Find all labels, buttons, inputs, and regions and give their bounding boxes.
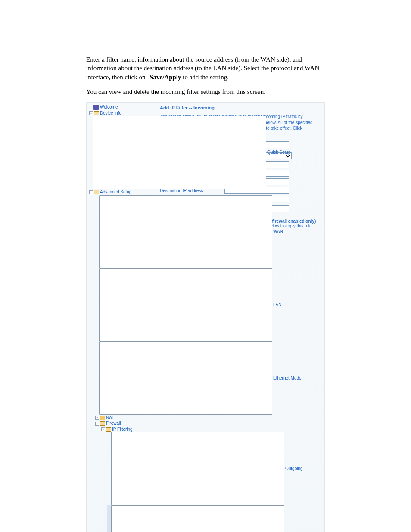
intro-para-1: Enter a filter name, information about t… bbox=[86, 55, 325, 81]
sidebar-item-incoming: Incoming bbox=[107, 505, 155, 532]
panel-title: Add IP Filter -- Incoming bbox=[160, 105, 320, 110]
folder-icon bbox=[94, 111, 99, 115]
sidebar-tree[interactable]: Welcome -Device Info Quick Setup -Advanc… bbox=[87, 103, 156, 532]
folder-icon bbox=[94, 190, 99, 194]
expand-icon: - bbox=[89, 111, 93, 115]
screenshot-ip-filter: Welcome -Device Info Quick Setup -Advanc… bbox=[86, 102, 325, 532]
ref-save-apply: Save/Apply bbox=[149, 74, 181, 81]
page-icon bbox=[93, 116, 266, 189]
intro-para-2: You can view and delete the incoming fil… bbox=[86, 87, 325, 96]
